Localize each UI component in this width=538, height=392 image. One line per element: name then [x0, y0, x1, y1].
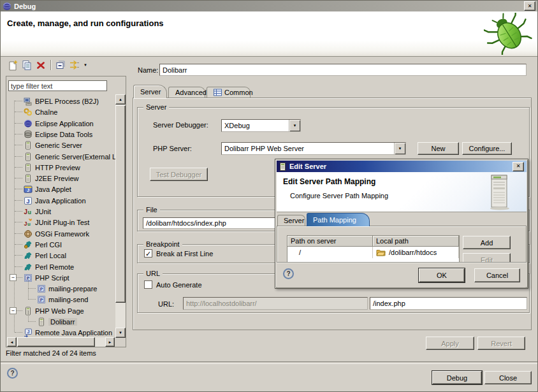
php-icon: P — [37, 284, 46, 293]
tree-item-junit[interactable]: JuJUnit — [6, 206, 115, 217]
filter-status-text: Filter matched 24 of 24 items — [6, 349, 96, 357]
tree-item-generic-server-external-la[interactable]: Generic Server(External La — [6, 151, 115, 162]
scroll-up-icon[interactable]: ▲ — [115, 94, 126, 105]
collapse-toggle-icon[interactable]: − — [10, 307, 17, 314]
tree-item-dolibarr[interactable]: Dolibarr — [6, 316, 115, 327]
collapse-toggle-icon[interactable]: − — [10, 274, 17, 281]
file-group-title: File — [143, 206, 160, 214]
edit-server-heading: Edit Server Path Mapping — [283, 177, 375, 186]
dialog-tab-path-mapping[interactable]: Path Mapping — [307, 213, 370, 226]
name-label: Name: — [138, 66, 158, 74]
filter-icon[interactable] — [68, 59, 82, 71]
cell-server-path[interactable]: / — [287, 247, 373, 258]
tree-guide-line — [28, 321, 36, 322]
tree-item-cha-ne[interactable]: Chaîne — [6, 106, 115, 117]
chevron-down-icon[interactable]: ▼ — [289, 120, 300, 131]
banner-title: Create, manage, and run configurations — [7, 18, 164, 28]
add-mapping-button[interactable]: Add — [463, 236, 511, 249]
delete-configuration-icon[interactable] — [34, 59, 48, 71]
tab-server[interactable]: Server — [133, 85, 167, 98]
tree-item-http-preview[interactable]: HTTP Preview — [6, 162, 115, 173]
folder-icon — [376, 249, 386, 256]
name-input[interactable]: Dolibarr — [159, 64, 527, 76]
duplicate-configuration-icon[interactable] — [20, 59, 34, 71]
tree-guide-line — [15, 134, 22, 134]
php-server-select[interactable]: Dolibarr PHP Web Server ▼ — [221, 142, 406, 155]
tree-item-eclipse-data-tools[interactable]: Eclipse Data Tools — [6, 129, 115, 140]
tab-common[interactable]: Common — [207, 87, 251, 98]
edit-server-titlebar: Edit Server ✕ — [277, 161, 527, 172]
debug-button[interactable]: Debug — [432, 371, 482, 384]
edit-server-dialog: Edit Server ✕ Edit Server Path Mapping C… — [275, 159, 528, 289]
base-url-input[interactable]: http://localhostdolibarr/ — [183, 297, 368, 310]
tree-item-php-script[interactable]: −PPHP Script — [6, 272, 115, 283]
db-icon — [24, 130, 33, 139]
ok-button[interactable]: OK — [419, 268, 465, 282]
dialog-tab-server[interactable]: Server — [277, 215, 305, 226]
tree-item-mailing-prepare[interactable]: Pmailing-prepare — [6, 283, 115, 294]
help-icon[interactable]: ? — [7, 368, 18, 379]
tree-item-label: JUnit — [35, 208, 51, 215]
scroll-left-icon[interactable]: ◄ — [7, 337, 17, 347]
tree-item-perl-local[interactable]: Perl Local — [6, 250, 115, 261]
new-server-button[interactable]: New — [418, 142, 459, 155]
tree-item-label: Eclipse Application — [35, 120, 94, 127]
window-close-button[interactable]: ✕ — [524, 1, 535, 11]
configure-server-button[interactable]: Configure... — [462, 142, 512, 155]
filter-input[interactable] — [8, 80, 107, 91]
vertical-scroll-thumb[interactable] — [115, 105, 126, 303]
tree-item-remote-java-application[interactable]: JRemote Java Application — [6, 327, 115, 338]
tree-item-generic-server[interactable]: Generic Server — [6, 140, 115, 150]
header-banner: Create, manage, and run configurations — [1, 11, 537, 57]
scroll-right-icon[interactable]: ► — [105, 337, 115, 347]
url-path-input[interactable]: /index.php — [370, 297, 527, 310]
collapse-all-icon[interactable] — [54, 59, 68, 71]
applet-icon: J — [24, 185, 33, 194]
tree-guide-line — [15, 167, 22, 168]
server-debugger-select[interactable]: XDebug ▼ — [221, 119, 301, 132]
apply-button[interactable]: Apply — [426, 337, 474, 350]
tree-guide-line — [15, 200, 22, 201]
cell-local-path-label: /dolibarr/htdocs — [389, 249, 437, 256]
tree-item-php-web-page[interactable]: −PHP Web Page — [6, 305, 115, 316]
tree-item-osgi-framework[interactable]: OSGi Framework — [6, 228, 115, 239]
tree-item-perl-cgi[interactable]: Perl CGI — [6, 239, 115, 250]
dialog-help-icon[interactable]: ? — [283, 268, 294, 279]
tab-advanced[interactable]: Advanced — [168, 87, 205, 98]
tree-item-mailing-send[interactable]: Pmailing-send — [6, 294, 115, 305]
close-button[interactable]: Close — [484, 371, 532, 384]
perlcgi-icon — [24, 240, 33, 249]
test-debugger-button[interactable]: Test Debugger — [150, 168, 208, 181]
break-at-first-line-label: Break at First Line — [156, 250, 213, 258]
tree-vertical-scrollbar[interactable]: ▲ ▼ — [115, 94, 126, 338]
horizontal-scroll-thumb[interactable] — [17, 337, 95, 347]
chevron-down-icon[interactable]: ▼ — [394, 143, 405, 154]
tree-guide-line — [15, 178, 22, 178]
new-launch-configuration-icon[interactable] — [6, 59, 20, 71]
svg-text:J: J — [24, 220, 27, 226]
revert-button[interactable]: Revert — [477, 337, 525, 350]
tree-item-label: JUnit Plug-in Test — [35, 219, 89, 226]
tree-item-perl-remote[interactable]: Perl Remote — [6, 261, 115, 272]
tree-horizontal-scrollbar[interactable]: ◄ ► — [7, 337, 115, 347]
auto-generate-checkbox[interactable] — [144, 280, 152, 289]
column-header-path-on-server[interactable]: Path on server — [287, 236, 373, 247]
tree-item-bpel-process-b2j-[interactable]: BPEL Process (B2J) — [6, 96, 115, 106]
tree-item-java-applet[interactable]: JJava Applet — [6, 184, 115, 194]
tree-item-label: Eclipse Data Tools — [35, 131, 92, 138]
scroll-down-icon[interactable]: ▼ — [115, 328, 126, 338]
break-at-first-line-checkbox[interactable]: ✓ — [144, 249, 152, 258]
menu-caret-icon[interactable]: ▼ — [82, 59, 89, 71]
debug-bug-icon — [484, 13, 534, 55]
edit-server-close-button[interactable]: ✕ — [513, 162, 524, 171]
tree-item-eclipse-application[interactable]: Eclipse Application — [6, 118, 115, 129]
cancel-button[interactable]: Cancel — [474, 268, 520, 282]
cell-local-path[interactable]: /dolibarr/htdocs — [373, 247, 459, 258]
tree-item-junit-plug-in-test[interactable]: JuJUnit Plug-in Test — [6, 217, 115, 228]
tree-guide-line — [15, 112, 22, 112]
server-icon — [24, 152, 33, 161]
column-header-local-path[interactable]: Local path — [373, 236, 459, 247]
tree-item-java-application[interactable]: JJava Application — [6, 195, 115, 206]
tree-item-j2ee-preview[interactable]: J2EE Preview — [6, 173, 115, 184]
svg-text:J: J — [27, 330, 30, 334]
